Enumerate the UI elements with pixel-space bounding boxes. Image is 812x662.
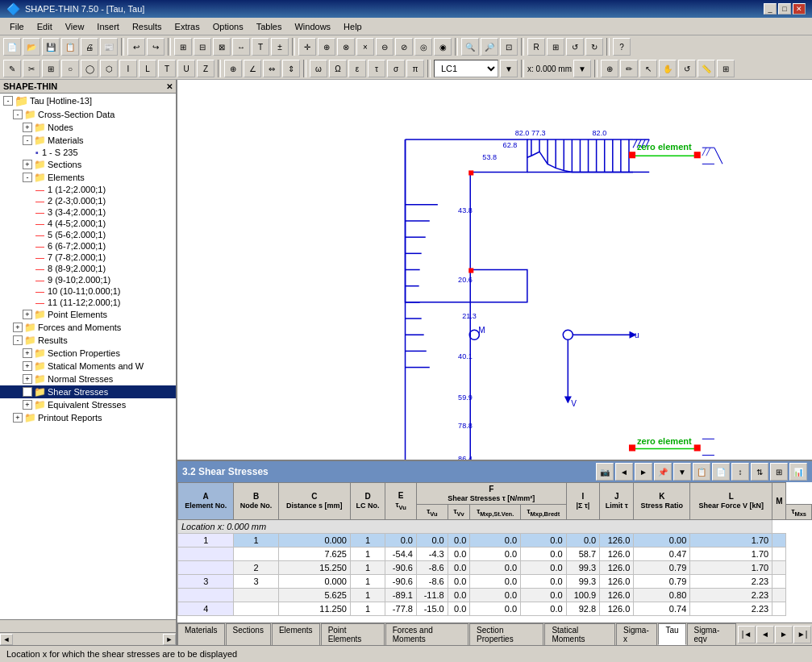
expand-sections[interactable]: + [23, 160, 32, 169]
tree-elem-4[interactable]: — 4 (4-5;2.000;1) [0, 218, 176, 229]
tab-sigma-x[interactable]: Sigma-x [616, 623, 657, 645]
refresh-button[interactable]: ↺ [566, 38, 584, 56]
tool8[interactable]: ◎ [414, 38, 432, 56]
tree-point-elements[interactable]: + 📁 Point Elements [0, 308, 176, 321]
table-row[interactable]: 2 15.250 1 -90.6 -8.6 0.0 0.0 0.0 99.3 1… [178, 560, 812, 574]
tool2[interactable]: ± [271, 38, 289, 56]
menu-options[interactable]: Options [206, 20, 250, 33]
tree-section-props[interactable]: + 📁 Section Properties [0, 347, 176, 360]
window-controls[interactable]: _ □ ✕ [764, 3, 806, 15]
panel-sort2[interactable]: ⇅ [751, 463, 768, 481]
mirror2-btn[interactable]: ⇕ [282, 60, 300, 77]
grid3-button[interactable]: ⊠ [213, 38, 231, 56]
expand-sec-props[interactable]: + [23, 348, 32, 358]
tool9[interactable]: ◉ [434, 38, 452, 56]
tool-e[interactable]: ◯ [81, 60, 98, 77]
menu-help[interactable]: Help [337, 20, 369, 33]
tree-s235[interactable]: ▪ 1 - S 235 [0, 147, 176, 158]
move-btn[interactable]: ✋ [659, 60, 677, 77]
expand-normal[interactable]: + [23, 374, 32, 384]
tree-sections[interactable]: + 📁 Sections [0, 158, 176, 171]
pencil-btn[interactable]: ✏ [620, 60, 638, 77]
lc-arrow[interactable]: ▼ [500, 60, 518, 77]
redo-button[interactable]: ↪ [147, 38, 164, 56]
panel-sort[interactable]: ↕ [731, 463, 749, 481]
tool7[interactable]: ⊘ [395, 38, 413, 56]
table-row[interactable]: 4 11.250 1 -77.8 -15.0 0.0 0.0 0.0 92.8 … [178, 602, 812, 615]
tree-elem-5[interactable]: — 5 (5-6;2.000;1) [0, 229, 176, 240]
tool1[interactable]: T [252, 38, 269, 56]
panel-nav-right[interactable]: ► [635, 463, 652, 481]
tree-materials[interactable]: - 📁 Materials [0, 134, 176, 147]
tree-elem-3[interactable]: — 3 (3-4;2.000;1) [0, 206, 176, 218]
table-container[interactable]: AElement No. BNode No. CDistance s [mm] … [177, 482, 812, 622]
pi-btn[interactable]: π [406, 60, 424, 77]
tab-sigma-eqv[interactable]: Sigma-eqv [687, 623, 736, 645]
tree-nodes[interactable]: + 📁 Nodes [0, 121, 176, 134]
expand-forces[interactable]: + [13, 323, 23, 332]
print-button[interactable]: 🖨 [81, 38, 98, 56]
minimize-button[interactable]: _ [764, 3, 777, 15]
panel-nav-left[interactable]: ◄ [615, 463, 633, 481]
undo-button[interactable]: ↩ [127, 38, 145, 56]
open-button[interactable]: 📂 [23, 38, 40, 56]
tree-elem-10[interactable]: — 10 (10-11;0.000;1) [0, 285, 176, 297]
menu-tables[interactable]: Tables [250, 20, 289, 33]
panel-pin[interactable]: 📌 [654, 463, 672, 481]
save-as-button[interactable]: 📋 [61, 38, 79, 56]
omega-btn[interactable]: ω [310, 60, 327, 77]
expand-materials[interactable]: - [23, 135, 32, 145]
expand-shear[interactable]: + [23, 387, 32, 397]
tab-materials[interactable]: Materials [177, 623, 225, 645]
menu-file[interactable]: File [3, 20, 31, 33]
save-button[interactable]: 💾 [42, 38, 60, 56]
tree-elements[interactable]: - 📁 Elements [0, 171, 176, 184]
panel-filter[interactable]: ▼ [673, 463, 691, 481]
coord-btn[interactable]: ⊕ [224, 60, 242, 77]
refresh2-button[interactable]: ↻ [585, 38, 603, 56]
tab-section-props[interactable]: Section Properties [469, 623, 543, 645]
maximize-button[interactable]: □ [778, 3, 791, 15]
menu-extras[interactable]: Extras [169, 20, 206, 33]
canvas-area[interactable]: 77.3 82.0 82.0 62.8 53.8 [177, 80, 812, 460]
scroll-right[interactable]: ► [163, 634, 176, 645]
tree-equiv-stresses[interactable]: + 📁 Equivalent Stresses [0, 398, 176, 411]
tree-elem-2[interactable]: — 2 (2-3;0.000;1) [0, 195, 176, 206]
tool4[interactable]: ⊗ [337, 38, 355, 56]
zoom-all[interactable]: ⊡ [500, 38, 518, 56]
tool-i[interactable]: T [158, 60, 176, 77]
tool-f[interactable]: ⬡ [100, 60, 118, 77]
grid-button[interactable]: ⊞ [174, 38, 192, 56]
tool-b[interactable]: ✂ [23, 60, 40, 77]
tree-elem-6[interactable]: — 6 (6-7;2.000;1) [0, 240, 176, 252]
tree-printout[interactable]: + 📁 Printout Reports [0, 411, 176, 424]
expand-cross[interactable]: - [13, 110, 23, 119]
expand-printout[interactable]: + [13, 413, 23, 423]
tab-statical[interactable]: Statical Moments [544, 623, 615, 645]
help-btn[interactable]: ? [613, 38, 631, 56]
tree-hscroll[interactable] [0, 619, 176, 632]
tool6[interactable]: ⊖ [376, 38, 394, 56]
snap-btn[interactable]: ⊕ [601, 60, 618, 77]
panel-close-button[interactable]: ✕ [166, 82, 173, 91]
results-button[interactable]: R [527, 38, 545, 56]
tool-d[interactable]: ○ [61, 60, 79, 77]
mirror-btn[interactable]: ⇔ [263, 60, 281, 77]
tab-last[interactable]: ►| [793, 626, 811, 643]
tree-project[interactable]: - 📁 Tau [Hotline-13] [0, 94, 176, 108]
tree-elem-7[interactable]: — 7 (7-8;2.000;1) [0, 252, 176, 263]
tool-j[interactable]: U [177, 60, 195, 77]
panel-table[interactable]: 📊 [789, 463, 807, 481]
tool-a[interactable]: ✎ [3, 60, 21, 77]
rotate-btn[interactable]: ↺ [678, 60, 696, 77]
tree-bottom-scroll[interactable]: ◄ ► [0, 632, 176, 645]
grid2-button[interactable]: ⊟ [194, 38, 211, 56]
tree-elem-11[interactable]: — 11 (11-12;2.000;1) [0, 297, 176, 308]
expand-project[interactable]: - [3, 96, 13, 106]
tree-results[interactable]: - 📁 Results [0, 334, 176, 347]
tab-first[interactable]: |◄ [738, 626, 756, 643]
panel-screenshot[interactable]: 📷 [596, 463, 614, 481]
menu-results[interactable]: Results [126, 20, 169, 33]
tab-prev[interactable]: ◄ [756, 626, 774, 643]
panel-copy2[interactable]: 📄 [712, 463, 730, 481]
